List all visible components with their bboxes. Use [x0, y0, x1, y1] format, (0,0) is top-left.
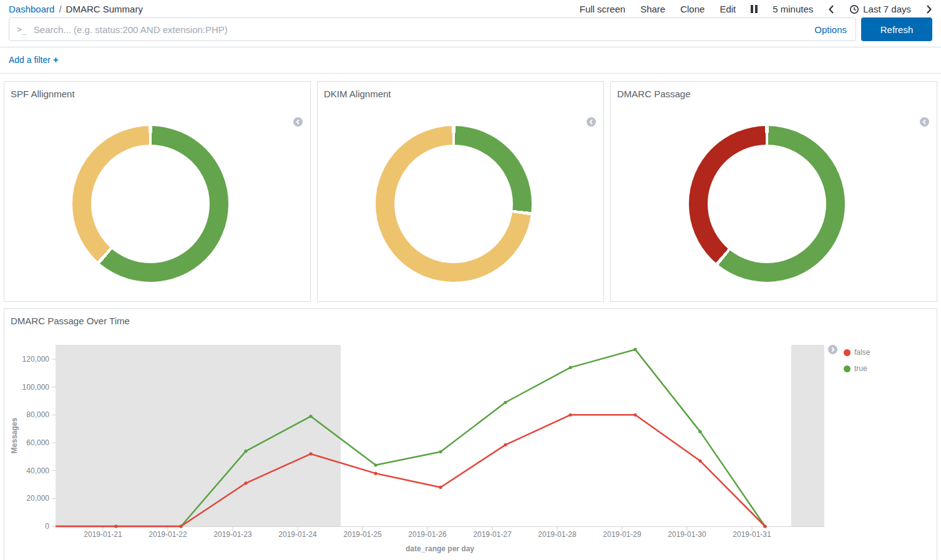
pause-icon[interactable] [751, 5, 758, 13]
svg-text:2019-01-30: 2019-01-30 [668, 530, 706, 539]
clone-button[interactable]: Clone [680, 4, 705, 14]
svg-text:40,000: 40,000 [26, 466, 49, 475]
panel-dmarc-passage: DMARC Passage [610, 81, 937, 302]
legend-toggle-icon[interactable] [920, 117, 929, 127]
query-bar: >_ Options Refresh [0, 16, 941, 47]
nav-actions: Full screen Share Clone Edit 5 minutes L… [580, 4, 932, 14]
svg-text:80,000: 80,000 [26, 410, 49, 419]
add-filter-link[interactable]: Add a filter+ [9, 55, 59, 65]
legend-dot-false [844, 349, 851, 356]
svg-text:2019-01-29: 2019-01-29 [603, 530, 641, 539]
svg-text:2019-01-24: 2019-01-24 [278, 530, 317, 539]
options-link[interactable]: Options [814, 24, 847, 35]
panel-spf-allignment: SPF Allignment [4, 81, 311, 302]
legend-toggle-icon[interactable] [587, 117, 596, 127]
refresh-interval-button[interactable]: 5 minutes [773, 4, 813, 14]
svg-text:2019-01-31: 2019-01-31 [733, 530, 771, 539]
legend-label: true [854, 364, 867, 373]
svg-text:date_range per day: date_range per day [406, 544, 474, 553]
svg-text:0: 0 [45, 522, 49, 531]
legend-toggle-icon[interactable] [293, 117, 303, 127]
panel-dmarc-over-time: 020,00040,00060,00080,000100,000120,0002… [4, 308, 937, 560]
time-range-label: Last 7 days [863, 4, 911, 14]
legend-dot-true [844, 365, 851, 372]
donut-hole [394, 145, 513, 263]
svg-text:2019-01-27: 2019-01-27 [473, 530, 512, 539]
time-forward-button[interactable] [926, 5, 932, 14]
panel-title: SPF Allignment [4, 82, 310, 99]
chevron-left-icon [828, 5, 834, 14]
panel-title: DMARC Passage [611, 82, 937, 99]
add-filter-label: Add a filter [9, 55, 51, 65]
svg-text:100,000: 100,000 [22, 383, 50, 392]
breadcrumb-dashboard-link[interactable]: Dashboard [9, 4, 54, 14]
svg-text:60,000: 60,000 [26, 438, 49, 447]
line-chart-dmarc-over-time[interactable]: 020,00040,00060,00080,000100,000120,0002… [4, 309, 938, 558]
legend-label: false [854, 348, 870, 357]
svg-text:Messages: Messages [10, 417, 19, 453]
svg-text:2019-01-28: 2019-01-28 [538, 530, 577, 539]
donut-row: SPF Allignment DKIM Alignment DMARC Pass… [4, 81, 937, 302]
panel-dkim-alignment: DKIM Alignment [317, 81, 604, 302]
svg-text:2019-01-23: 2019-01-23 [213, 530, 252, 539]
search-input[interactable] [34, 24, 808, 35]
breadcrumb-current: DMARC Summary [66, 4, 143, 14]
panel-title: DMARC Passage Over Time [4, 309, 937, 326]
svg-text:2019-01-21: 2019-01-21 [84, 530, 122, 539]
filter-bar: Add a filter+ [0, 47, 941, 74]
panel-title: DKIM Alignment [318, 82, 603, 99]
search-box: >_ Options [9, 17, 856, 41]
terminal-prompt-icon: >_ [17, 24, 26, 34]
top-nav: Dashboard / DMARC Summary Full screen Sh… [0, 0, 941, 16]
svg-text:2019-01-25: 2019-01-25 [343, 530, 382, 539]
svg-text:120,000: 120,000 [22, 355, 50, 364]
time-range-picker[interactable]: Last 7 days [849, 4, 911, 14]
edit-button[interactable]: Edit [719, 4, 736, 14]
breadcrumb-separator: / [59, 4, 61, 14]
clock-icon [849, 4, 859, 14]
legend-item-true[interactable]: true [844, 360, 870, 377]
legend-item-false[interactable]: false [844, 344, 870, 360]
share-button[interactable]: Share [640, 4, 665, 14]
donut-hole [91, 145, 210, 263]
donut-hole [708, 145, 826, 263]
svg-text:2019-01-22: 2019-01-22 [149, 530, 187, 539]
legend-toggle-icon[interactable] [828, 345, 837, 354]
svg-text:20,000: 20,000 [26, 494, 49, 503]
donut-chart-dkim[interactable] [376, 126, 532, 282]
refresh-button[interactable]: Refresh [861, 17, 932, 41]
chevron-right-icon [926, 5, 932, 14]
plus-icon: + [53, 54, 59, 65]
dashboard-grid: SPF Allignment DKIM Alignment DMARC Pass… [0, 74, 941, 560]
chart-legend: false true [828, 344, 870, 377]
donut-chart-spf[interactable] [72, 126, 228, 282]
full-screen-button[interactable]: Full screen [580, 4, 625, 14]
time-back-button[interactable] [828, 5, 834, 14]
svg-text:2019-01-26: 2019-01-26 [408, 530, 447, 539]
donut-chart-dmarc[interactable] [689, 126, 845, 282]
breadcrumb: Dashboard / DMARC Summary [9, 4, 143, 14]
